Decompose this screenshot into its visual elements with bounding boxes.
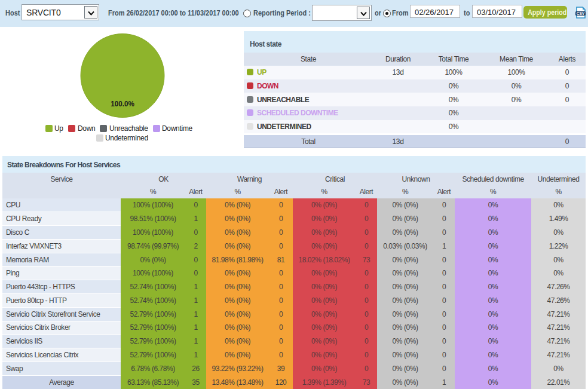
svg-text:CSV: CSV xyxy=(577,11,585,16)
svg-text:100.0%: 100.0% xyxy=(111,99,134,108)
